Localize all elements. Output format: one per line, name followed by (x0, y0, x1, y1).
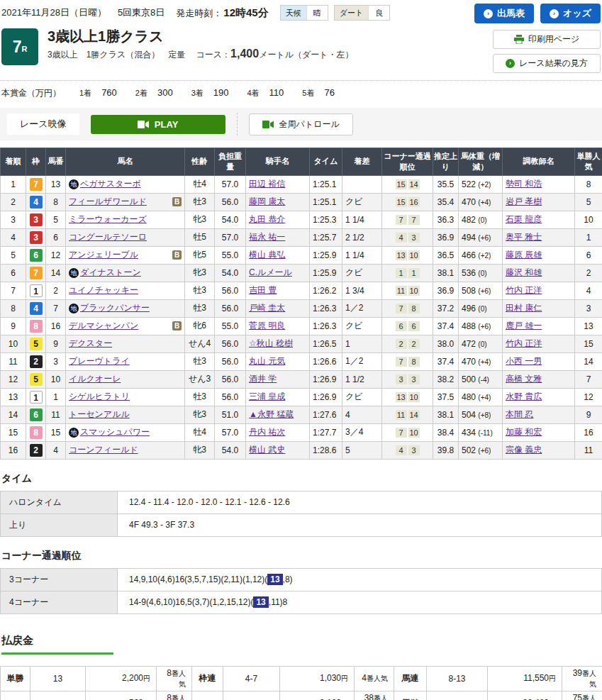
col-bracket: 枠 (26, 148, 46, 176)
bracket-badge: 8 (30, 320, 43, 333)
horse-name-link[interactable]: ペガサスターボ (80, 178, 141, 190)
bracket-cell: 6 (26, 406, 46, 423)
margin: クビ (342, 317, 382, 335)
trainer-link[interactable]: 竹内 正洋 (506, 285, 542, 295)
jockey-link[interactable]: ▲永野 猛蔵 (249, 409, 294, 419)
trainer-link[interactable]: 水野 貴広 (506, 391, 542, 401)
regional-horse-icon: 地 (69, 268, 79, 278)
patrol-video-button[interactable]: 全周パトロール (249, 113, 353, 135)
horse-name-link[interactable]: トーセンアルル (69, 409, 130, 421)
payout-selection: 13 (30, 666, 86, 691)
last-3f: 37.5 (433, 388, 459, 406)
jockey-link[interactable]: 丸山 元気 (249, 356, 285, 366)
jockey-link[interactable]: 酒井 学 (249, 374, 277, 384)
horse-name-link[interactable]: ミラーウォーカーズ (69, 213, 147, 226)
popularity-suffix: 番人気 (367, 674, 388, 682)
corner-position-box: 11 (396, 410, 407, 420)
trainer-link[interactable]: 高橋 文雅 (506, 374, 542, 384)
jockey-link[interactable]: 横山 武史 (249, 445, 285, 455)
horse-name-link[interactable]: デクスター (69, 338, 112, 350)
col-horse-number: 馬番 (46, 148, 66, 176)
col-carried-weight: 負担重量 (215, 148, 246, 176)
bracket-cell: 4 (26, 299, 46, 317)
yen-suffix: 円 (549, 674, 556, 682)
trainer-link[interactable]: 石栗 龍彦 (506, 214, 542, 224)
win-popularity: 1 (575, 228, 602, 246)
popularity-suffix: 番人気 (582, 694, 596, 700)
trainer-link[interactable]: 鹿戸 雄一 (506, 321, 542, 330)
jockey-link[interactable]: 藤岡 康太 (249, 196, 285, 206)
trainer-link[interactable]: 加藤 和宏 (506, 427, 542, 437)
video-camera-icon (138, 121, 149, 128)
last-3f: 38.4 (433, 423, 459, 441)
play-button[interactable]: PLAY (91, 115, 225, 134)
horse-number: 1 (46, 388, 66, 406)
corner-position-box: 7 (408, 215, 420, 225)
trainer-link[interactable]: 藤原 辰雄 (506, 250, 542, 260)
jockey-link[interactable]: 丸田 恭介 (249, 214, 285, 224)
result-row: 9816デルマシャンパンB牝655.0菅原 明良1:26.3クビ6637.448… (1, 317, 602, 335)
horse-name-link[interactable]: コーンフィールド (69, 444, 138, 456)
horse-weight: 482 (0) (459, 211, 503, 228)
corner-positions: 1310 (382, 388, 433, 406)
horse-name-link[interactable]: ダイナストーン (80, 267, 141, 279)
horse-name-link[interactable]: アンジェリーブル (69, 249, 138, 261)
trainer-link[interactable]: 竹内 正洋 (506, 338, 542, 348)
trainer-link[interactable]: 本間 忍 (506, 409, 533, 419)
finish-time: 1:25.9 (310, 264, 342, 282)
trainer-link[interactable]: 田村 康仁 (506, 303, 542, 313)
horse-name-link[interactable]: ブラックパンサー (80, 302, 150, 314)
jockey-link[interactable]: 福永 祐一 (249, 232, 285, 242)
trainer-link[interactable]: 宗像 義忠 (506, 445, 542, 455)
horse-name-cell: コーンフィールド (66, 441, 185, 459)
winner-highlight: 13 (253, 596, 268, 608)
horse-number: 8 (46, 193, 66, 211)
carried-weight: 51.0 (215, 406, 246, 423)
trainer-link[interactable]: 小西 一男 (506, 356, 542, 366)
horse-name-link[interactable]: デルマシャンパン (69, 320, 138, 332)
jockey-link[interactable]: C.ルメール (249, 267, 292, 277)
payout-selection: 13-8 (427, 691, 488, 700)
horse-number: 12 (46, 246, 66, 264)
horse-weight-diff: (+6) (478, 234, 491, 242)
payout-title-underline (1, 652, 113, 655)
trainer-link[interactable]: 勢司 和浩 (506, 179, 542, 189)
horse-name-link[interactable]: フィールザワールド (69, 196, 147, 208)
jockey-link[interactable]: ☆秋山 稔樹 (249, 338, 293, 348)
trainer-cell: 加藤 和宏 (503, 423, 575, 441)
jockey-link[interactable]: 戸崎 圭太 (249, 303, 285, 313)
corner-position-box: 6 (396, 321, 407, 331)
horse-name-cell: 地ブラックパンサー (66, 299, 185, 317)
horse-name-link[interactable]: イルクオーレ (69, 373, 121, 385)
bracket-badge: 6 (30, 249, 43, 262)
horse-name-link[interactable]: シゲルヒラトリ (69, 391, 130, 403)
jockey-link[interactable]: 丹内 祐次 (249, 427, 285, 437)
result-guide-button[interactable]: › レース結果の見方 (493, 54, 601, 73)
trainer-link[interactable]: 奥平 雅士 (506, 232, 542, 242)
payout-popularity: 8番人気 (157, 691, 192, 700)
horse-name-link[interactable]: コングールテソーロ (69, 231, 147, 243)
horse-name-wrap: コングールテソーロ (69, 231, 182, 243)
horse-name-wrap: 地ブラックパンサー (69, 302, 182, 314)
bracket-cell: 2 (26, 441, 46, 459)
finish-position: 2 (1, 193, 26, 211)
jockey-link[interactable]: 吉田 豊 (249, 285, 277, 295)
finish-time: 1:25.3 (310, 211, 342, 228)
jockey-link[interactable]: 田辺 裕信 (249, 179, 285, 189)
horse-name-link[interactable]: ユイノチャッキー (69, 284, 138, 296)
jockey-link[interactable]: 菅原 明良 (249, 321, 285, 330)
trainer-link[interactable]: 岩戸 孝樹 (506, 196, 542, 206)
jockey-link[interactable]: 横山 典弘 (249, 250, 285, 260)
entry-table-button[interactable]: ›出馬表 (474, 4, 534, 23)
trainer-link[interactable]: 藤沢 和雄 (506, 267, 542, 277)
carried-weight: 57.0 (215, 228, 246, 246)
jockey-link[interactable]: 三浦 皇成 (249, 391, 285, 401)
last-up-label: 上り (1, 513, 118, 536)
finish-position: 16 (1, 441, 26, 459)
horse-name-link[interactable]: スマッシュパワー (80, 426, 150, 438)
horse-weight: 500 (-4) (459, 370, 503, 388)
print-page-button[interactable]: 印刷用ページ (493, 30, 601, 49)
odds-button[interactable]: ›オッズ (540, 4, 601, 23)
corner-section-title: コーナー通過順位 (1, 550, 602, 562)
horse-name-link[interactable]: ブレーヴトライ (69, 355, 130, 367)
